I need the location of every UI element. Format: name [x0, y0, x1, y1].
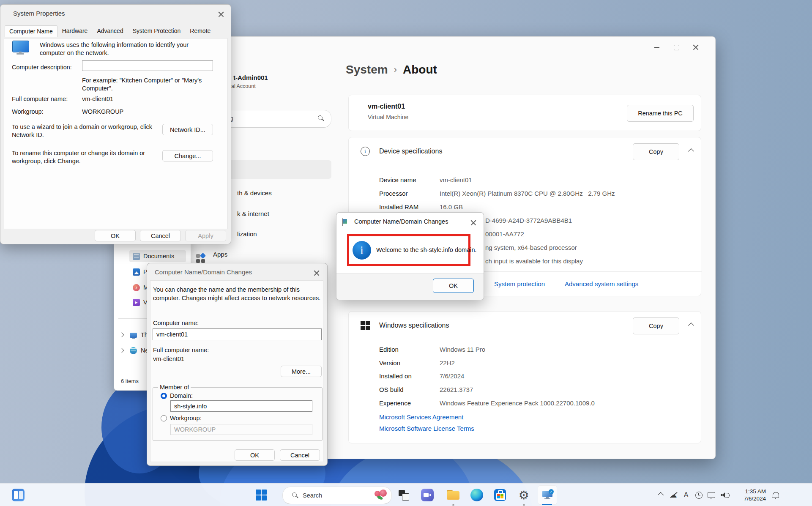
volume-icon[interactable]: [718, 487, 730, 503]
section-title: Device specifications: [379, 148, 442, 155]
welcome-message-box: Computer Name/Domain Changes Welcome to …: [336, 212, 484, 300]
close-button[interactable]: [686, 39, 705, 55]
clock-tray-icon[interactable]: [692, 487, 705, 503]
domain-value: sh-style.info: [174, 403, 207, 410]
edge-button[interactable]: [468, 486, 486, 504]
breadcrumb-separator-icon: ›: [394, 64, 397, 75]
sidebar-item-label: k & internet: [237, 210, 269, 217]
ime-indicator[interactable]: A: [680, 487, 692, 503]
ok-button[interactable]: OK: [235, 449, 275, 461]
page-title: About: [403, 63, 437, 77]
tab-advanced[interactable]: Advanced: [92, 25, 128, 37]
spec-value-partial: D-4699-A24D-3772A9ABB4B1: [485, 217, 572, 224]
sidebar-item-apps[interactable]: Apps: [193, 245, 331, 263]
display-tray-icon[interactable]: [705, 487, 718, 503]
running-indicator: [523, 504, 525, 506]
ms-software-license-link[interactable]: Microsoft Software License Terms: [379, 425, 474, 432]
widgets-button[interactable]: [9, 486, 27, 504]
spec-value: Windows 11 Pro: [440, 346, 485, 353]
onedrive-offline-icon[interactable]: [667, 487, 680, 503]
network-id-hint: To use a wizard to join a domain or work…: [12, 123, 153, 139]
spec-value: 16.0 GB: [440, 203, 463, 211]
info-icon: [353, 241, 371, 260]
store-icon: [494, 489, 506, 501]
tray-chevron-up-button[interactable]: [654, 487, 667, 503]
close-button[interactable]: [214, 8, 228, 21]
spec-label: Installed RAM: [379, 203, 418, 211]
full-computer-name-value: vm-client01: [153, 356, 184, 362]
divider: [349, 340, 702, 340]
network-icon: [130, 347, 137, 354]
windows-specs-header[interactable]: Windows specifications Copy: [349, 312, 702, 340]
spec-label: Version: [379, 359, 400, 367]
breadcrumb: System › About: [346, 63, 437, 77]
minimize-button[interactable]: [647, 39, 667, 55]
clock[interactable]: 1:35 AM 7/6/2024: [736, 488, 766, 502]
explorer-item-documents[interactable]: Documents: [129, 250, 186, 262]
chevron-right-icon[interactable]: [119, 332, 124, 337]
spec-value-partial: ng system, x64-based processor: [485, 244, 577, 251]
taskbar-search[interactable]: Search: [282, 487, 392, 504]
computer-name-input[interactable]: vm-client01: [153, 328, 322, 340]
system-protection-link[interactable]: System protection: [494, 280, 545, 287]
tab-remote[interactable]: Remote: [185, 25, 215, 37]
more-button[interactable]: More...: [281, 366, 322, 377]
breadcrumb-parent[interactable]: System: [346, 63, 388, 77]
device-name: vm-client01: [368, 103, 405, 110]
running-indicator: [452, 504, 454, 506]
computer-name-label: Computer name:: [153, 320, 199, 326]
tab-system-protection[interactable]: System Protection: [128, 25, 186, 37]
workgroup-input[interactable]: WORKGROUP: [170, 424, 312, 435]
spec-value: 22H2: [440, 359, 455, 367]
spec-value-partial: ch input is available for this display: [485, 257, 583, 265]
active-app-button[interactable]: [538, 485, 557, 505]
active-indicator: [542, 504, 552, 505]
task-view-button[interactable]: [394, 486, 413, 504]
close-button[interactable]: [467, 217, 480, 229]
search-input[interactable]: g: [220, 110, 331, 128]
ok-button[interactable]: OK: [433, 279, 474, 293]
domain-radio-label[interactable]: Domain:: [170, 392, 193, 399]
chat-button[interactable]: [418, 486, 437, 504]
copy-windows-specs-button[interactable]: Copy: [633, 317, 679, 334]
welcome-message: Welcome to the sh-style.info domain.: [376, 246, 476, 253]
chevron-up-icon[interactable]: [688, 148, 694, 154]
ok-button[interactable]: OK: [95, 230, 136, 241]
videos-icon: [133, 299, 140, 306]
store-button[interactable]: [491, 486, 509, 504]
settings-button[interactable]: [514, 486, 533, 504]
chevron-up-icon[interactable]: [688, 323, 694, 328]
widgets-icon: [12, 489, 25, 501]
close-button[interactable]: [309, 267, 324, 279]
domain-radio[interactable]: [161, 393, 167, 399]
computer-description-input[interactable]: [82, 60, 213, 71]
network-id-button[interactable]: Network ID...: [162, 124, 213, 135]
system-properties-dialog: System Properties Computer Name Hardware…: [0, 4, 231, 244]
notification-bell-button[interactable]: [769, 487, 782, 503]
file-explorer-button[interactable]: [444, 486, 462, 504]
start-button[interactable]: [252, 486, 271, 504]
chevron-right-icon[interactable]: [119, 348, 124, 353]
tab-hardware[interactable]: Hardware: [57, 25, 93, 37]
advanced-system-settings-link[interactable]: Advanced system settings: [565, 280, 638, 287]
this-pc-icon: [130, 333, 137, 338]
apply-button[interactable]: Apply: [185, 230, 226, 241]
workgroup-radio-label[interactable]: Workgroup:: [170, 415, 202, 421]
domain-input[interactable]: sh-style.info: [170, 400, 312, 412]
ms-services-agreement-link[interactable]: Microsoft Services Agreement: [379, 413, 463, 421]
change-button[interactable]: Change...: [162, 150, 213, 161]
system-app-icon: [542, 491, 552, 499]
rename-pc-button[interactable]: Rename this PC: [627, 105, 694, 122]
search-highlight-image: [374, 489, 388, 502]
change-hint: To rename this computer or change its do…: [12, 149, 153, 165]
maximize-button[interactable]: [667, 39, 686, 55]
cancel-button[interactable]: Cancel: [280, 449, 320, 461]
spec-label: OS build: [379, 386, 404, 393]
workgroup-radio[interactable]: [161, 415, 167, 421]
copy-device-specs-button[interactable]: Copy: [633, 143, 679, 160]
cancel-button[interactable]: Cancel: [140, 230, 181, 241]
tab-computer-name[interactable]: Computer Name: [5, 25, 57, 37]
full-computer-name-label: Full computer name:: [12, 96, 68, 102]
device-specs-header[interactable]: Device specifications Copy: [349, 137, 702, 166]
spec-label: Experience: [379, 399, 411, 407]
